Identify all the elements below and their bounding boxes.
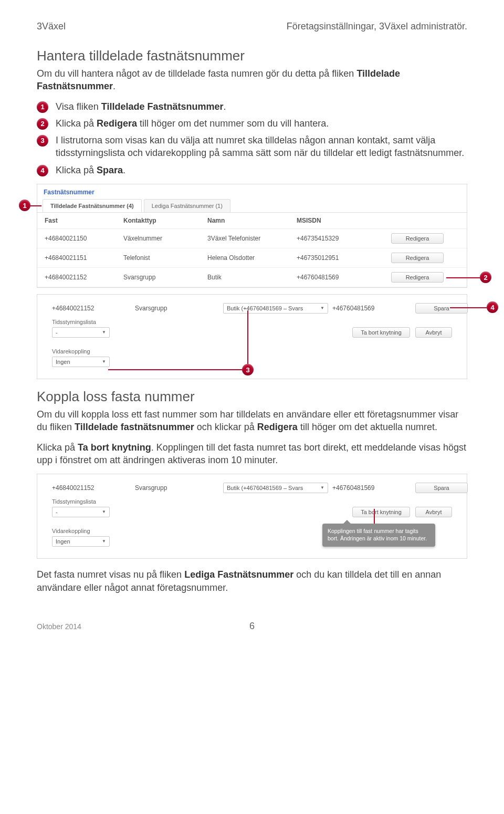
section2-p3: Det fasta numret visas nu på fliken Ledi… [37,568,467,594]
page-header: 3Växel Företagsinställningar, 3Växel adm… [37,21,467,32]
callout-3: 3 [242,364,254,375]
step-1: 1 Visa fliken Tilldelade Fastnätsnummer. [37,100,467,113]
step-2: 2 Klicka på Redigera till höger om det n… [37,117,467,130]
edit-row: +46840021152 Svarsgrupp Butik (+46760481… [45,479,459,496]
tids-label: Tidsstyrningslista [52,319,110,325]
section1-heading: Hantera tilldelade fastnätsnummer [37,48,467,64]
vidare-select[interactable]: Ingen [52,357,110,367]
sub-row-1: Tidsstyrningslista - Ta bort knytning Av… [45,496,459,521]
tids-select[interactable]: - [52,507,110,517]
callout-2: 2 [480,272,491,283]
save-button[interactable]: Spara [415,303,468,314]
tab-tilldelade[interactable]: Tilldelade Fastnätsnummer (4) [43,199,142,212]
cancel-button[interactable]: Avbryt [415,327,452,338]
leader-4 [450,307,487,308]
panel-title: Fastnätsnummer [37,184,467,197]
tids-select[interactable]: - [52,327,110,338]
save-button[interactable]: Spara [415,483,468,493]
leader-1 [30,205,41,206]
vidare-select[interactable]: Ingen [52,536,110,547]
header-right: Företagsinställningar, 3Växel administra… [287,21,467,32]
step-bullet-3: 3 [37,135,48,147]
edit-button-highlight[interactable]: Redigera [391,272,444,283]
table-row: +46840021151 Telefonist Helena Olsdotter… [37,248,467,268]
table-row: +46840021150 Växelnummer 3Växel Telefoni… [37,229,467,248]
col-namn: Namn [207,217,297,224]
edit-button[interactable]: Redigera [391,253,444,263]
section2-heading: Koppla loss fasta nummer [37,389,467,405]
sub-row-1: Tidsstyrningslista - Ta bort knytning Av… [45,317,459,342]
step-bullet-4: 4 [37,165,48,176]
footer-page: 6 [249,621,255,632]
section1-intro: Om du vill hantera något av de tilldelad… [37,67,467,93]
callout-4: 4 [487,301,498,313]
panel-fastnatsnummer: Fastnätsnummer Tilldelade Fastnätsnummer… [37,184,467,288]
panel-edit-2: +46840021152 Svarsgrupp Butik (+46760481… [37,474,467,559]
leader-2 [446,277,480,278]
section2-p1: Om du vill koppla loss ett fast nummer s… [37,408,467,434]
table-head: Fast Kontakttyp Namn MSISDN [37,213,467,229]
step-3: 3 I listrutorna som visas kan du välja a… [37,134,467,160]
edit-button[interactable]: Redigera [391,233,444,244]
col-msisdn: MSISDN [297,217,391,224]
header-left: 3Växel [37,21,66,32]
callout-1: 1 [19,200,30,211]
tab-lediga[interactable]: Lediga Fastnätsnummer (1) [144,199,230,212]
leader-3v [247,310,248,369]
col-fast: Fast [45,217,123,224]
cancel-button[interactable]: Avbryt [415,507,452,517]
tooltip-leader [374,509,375,524]
footer-date: Oktober 2014 [37,622,81,631]
remove-binding-button[interactable]: Ta bort knytning [352,327,410,338]
contact-select[interactable]: Butik (+46760481569 – Svars [223,303,328,314]
edit-row: +46840021152 Svarsgrupp Butik (+46760481… [45,300,459,317]
step-4: 4 Klicka på Spara. [37,164,467,176]
step-list: 1 Visa fliken Tilldelade Fastnätsnummer.… [37,100,467,176]
vidare-label: Vidarekoppling [52,348,110,354]
screenshot-2: +46840021152 Svarsgrupp Butik (+46760481… [37,474,467,559]
step-bullet-2: 2 [37,118,48,130]
page-footer: Oktober 2014 6 [0,612,504,641]
col-kontakttyp: Kontakttyp [123,217,207,224]
tooltip-unbound: Kopplingen till fast nummer har tagits b… [322,524,435,546]
step-bullet-1: 1 [37,101,48,113]
leader-3h [108,369,248,370]
tab-row: Tilldelade Fastnätsnummer (4) Lediga Fas… [37,197,467,213]
section2-p2: Klicka på Ta bort knytning. Kopplingen t… [37,441,467,467]
contact-select[interactable]: Butik (+46760481569 – Svars [223,483,328,493]
panel-edit: +46840021152 Svarsgrupp Butik (+46760481… [37,294,467,379]
table-row: +46840021152 Svarsgrupp Butik +467604815… [37,268,467,287]
remove-binding-button[interactable]: Ta bort knytning [352,507,410,517]
screenshot-1: 1 Fastnätsnummer Tilldelade Fastnätsnumm… [37,184,467,379]
